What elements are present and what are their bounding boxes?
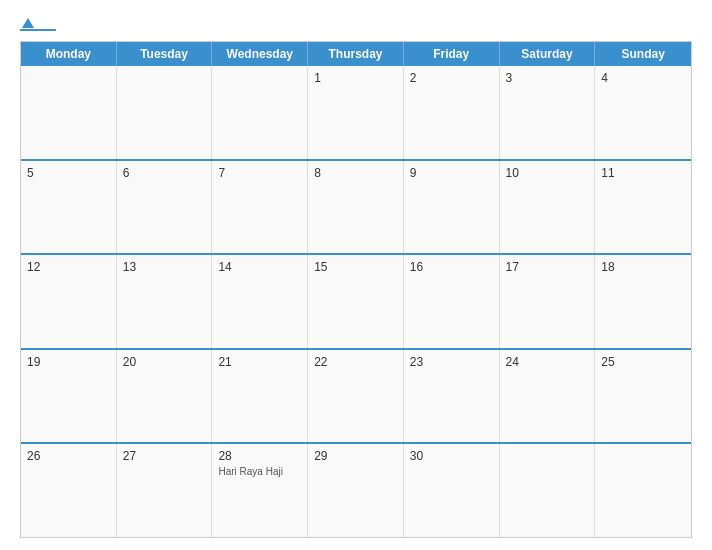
logo	[20, 18, 59, 31]
cal-cell: 7	[212, 161, 308, 254]
day-number: 18	[601, 260, 685, 274]
day-number: 22	[314, 355, 397, 369]
cal-cell: 29	[308, 444, 404, 537]
cal-cell: 23	[404, 350, 500, 443]
cal-cell: 20	[117, 350, 213, 443]
cal-cell: 5	[21, 161, 117, 254]
cal-cell: 18	[595, 255, 691, 348]
cal-cell: 6	[117, 161, 213, 254]
cal-cell	[117, 66, 213, 159]
day-number: 20	[123, 355, 206, 369]
weekday-header-wednesday: Wednesday	[212, 42, 308, 66]
cal-cell: 10	[500, 161, 596, 254]
calendar-week-1: 1234	[21, 66, 691, 161]
day-number: 1	[314, 71, 397, 85]
calendar-week-2: 567891011	[21, 161, 691, 256]
calendar-week-5: 262728Hari Raya Haji2930	[21, 444, 691, 537]
day-number: 9	[410, 166, 493, 180]
cal-cell: 11	[595, 161, 691, 254]
day-number: 13	[123, 260, 206, 274]
cal-cell	[212, 66, 308, 159]
day-number: 29	[314, 449, 397, 463]
day-number: 6	[123, 166, 206, 180]
cal-cell: 25	[595, 350, 691, 443]
cal-cell: 24	[500, 350, 596, 443]
cal-cell: 28Hari Raya Haji	[212, 444, 308, 537]
cal-cell: 21	[212, 350, 308, 443]
day-number: 25	[601, 355, 685, 369]
logo-triangle-icon	[22, 18, 34, 28]
event-label: Hari Raya Haji	[218, 466, 301, 478]
day-number: 15	[314, 260, 397, 274]
weekday-header-friday: Friday	[404, 42, 500, 66]
header	[20, 18, 692, 31]
weekday-header-sunday: Sunday	[595, 42, 691, 66]
cal-cell: 19	[21, 350, 117, 443]
day-number: 30	[410, 449, 493, 463]
day-number: 28	[218, 449, 301, 463]
weekday-header-thursday: Thursday	[308, 42, 404, 66]
day-number: 23	[410, 355, 493, 369]
day-number: 10	[506, 166, 589, 180]
cal-cell: 4	[595, 66, 691, 159]
day-number: 17	[506, 260, 589, 274]
day-number: 21	[218, 355, 301, 369]
weekday-header-saturday: Saturday	[500, 42, 596, 66]
cal-cell: 22	[308, 350, 404, 443]
cal-cell: 17	[500, 255, 596, 348]
cal-cell: 30	[404, 444, 500, 537]
cal-cell: 9	[404, 161, 500, 254]
cal-cell	[21, 66, 117, 159]
day-number: 16	[410, 260, 493, 274]
day-number: 27	[123, 449, 206, 463]
cal-cell: 16	[404, 255, 500, 348]
weekday-header-tuesday: Tuesday	[117, 42, 213, 66]
day-number: 7	[218, 166, 301, 180]
cal-cell: 3	[500, 66, 596, 159]
day-number: 14	[218, 260, 301, 274]
calendar-header: MondayTuesdayWednesdayThursdayFridaySatu…	[21, 42, 691, 66]
calendar-page: MondayTuesdayWednesdayThursdayFridaySatu…	[0, 0, 712, 550]
cal-cell: 8	[308, 161, 404, 254]
cal-cell: 12	[21, 255, 117, 348]
cal-cell: 1	[308, 66, 404, 159]
day-number: 2	[410, 71, 493, 85]
day-number: 24	[506, 355, 589, 369]
day-number: 5	[27, 166, 110, 180]
calendar-week-3: 12131415161718	[21, 255, 691, 350]
weekday-header-monday: Monday	[21, 42, 117, 66]
cal-cell: 2	[404, 66, 500, 159]
cal-cell: 13	[117, 255, 213, 348]
calendar-body: 1234567891011121314151617181920212223242…	[21, 66, 691, 537]
day-number: 8	[314, 166, 397, 180]
logo-blue-line	[20, 29, 56, 31]
calendar-week-4: 19202122232425	[21, 350, 691, 445]
day-number: 12	[27, 260, 110, 274]
cal-cell: 14	[212, 255, 308, 348]
cal-cell: 15	[308, 255, 404, 348]
calendar-grid: MondayTuesdayWednesdayThursdayFridaySatu…	[20, 41, 692, 538]
cal-cell	[595, 444, 691, 537]
day-number: 4	[601, 71, 685, 85]
day-number: 11	[601, 166, 685, 180]
day-number: 3	[506, 71, 589, 85]
day-number: 19	[27, 355, 110, 369]
cal-cell: 26	[21, 444, 117, 537]
cal-cell	[500, 444, 596, 537]
cal-cell: 27	[117, 444, 213, 537]
day-number: 26	[27, 449, 110, 463]
